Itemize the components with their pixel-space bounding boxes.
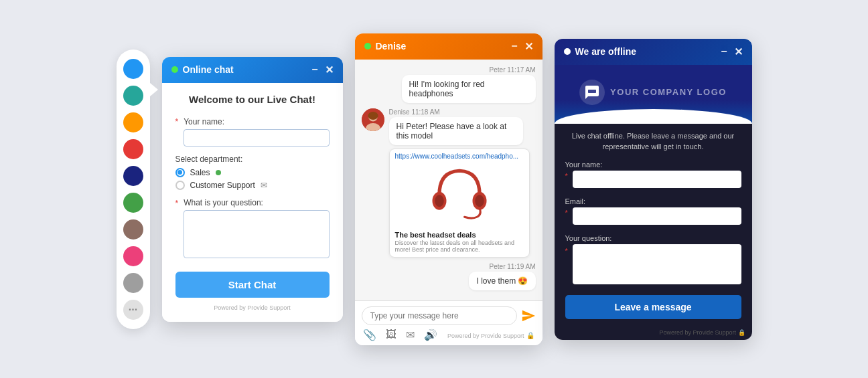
send-button[interactable] [521,308,536,323]
support-radio[interactable] [175,181,185,190]
conv-header-controls: − ✕ [511,40,532,53]
online-chat-title: Online chat [183,64,234,75]
offline-lock-icon: 🔒 [738,329,745,336]
dept-support-label: Customer Support [190,181,255,190]
chat-toolbar: 📎 🖼 ✉ 🔊 Powered by Provide Support 🔒 [362,325,536,341]
dept-sales-label: Sales [190,168,210,177]
svg-point-3 [368,112,378,120]
message-denise-1: Denise 11:18 AM Hi Peter! Please have a … [362,108,530,258]
svg-point-7 [475,195,484,207]
link-url: https://www.coolheadsets.com/headpho... [390,149,529,161]
message-peter-2: Peter 11:19 AM I love them 😍 [469,263,535,290]
msg-bubble-peter-2: I love them 😍 [469,272,535,290]
color-dark-blue[interactable] [123,166,143,186]
color-pink[interactable] [123,246,143,266]
dept-label: Select department: [175,155,330,164]
online-chat-header: Online chat − ✕ [162,57,343,83]
question-label: What is your question: [184,198,329,207]
logo-chat-icon [579,80,605,105]
chat-messages-area: Peter 11:17 AM Hi! I'm looking for red h… [355,60,542,300]
color-palette-panel: ··· [117,50,150,329]
msg-bubble-peter-1: Hi! I'm looking for red headphones [402,75,536,103]
header-left: Online chat [171,64,234,75]
conv-powered-by: Powered by Provide Support 🔒 [447,330,534,339]
palette-more-button[interactable]: ··· [123,300,143,320]
minimize-button[interactable]: − [311,64,317,76]
chat-message-input[interactable] [362,306,517,325]
offline-name-required: * [565,172,568,180]
online-status-dot [171,66,178,73]
start-chat-button[interactable]: Start Chat [175,272,330,298]
department-section: Select department: Sales Customer Suppor… [175,155,330,190]
online-chat-body: Welcome to our Live Chat! * Your name: S… [162,83,343,322]
denise-avatar [362,108,384,131]
dept-sales-option[interactable]: Sales [175,168,330,177]
offline-logo-content: YOUR COMPANY LOGO [579,80,727,105]
name-field-group: * Your name: [175,117,330,147]
question-textarea[interactable] [184,210,329,258]
link-title: The best headset deals [390,228,529,240]
offline-close-button[interactable]: ✕ [734,45,743,58]
sound-icon[interactable]: 🔊 [424,328,437,341]
dept-support-option[interactable]: Customer Support ✉ [175,181,330,190]
support-email-icon: ✉ [261,181,267,190]
offline-logo-area: YOUR COMPANY LOGO [555,65,752,124]
offline-email-input[interactable] [573,207,741,225]
company-logo-text: YOUR COMPANY LOGO [610,87,727,97]
chat-input-bar: 📎 🖼 ✉ 🔊 Powered by Provide Support 🔒 [355,300,542,345]
offline-name-label: Your name: [565,161,741,169]
attach-icon[interactable]: 📎 [363,328,376,341]
header-controls: − ✕ [311,64,333,76]
link-image [390,161,529,228]
msg-meta-peter-1: Peter 11:17 AM [402,66,536,74]
conv-header-title: Denise [376,41,407,52]
offline-email-required: * [565,209,568,217]
offline-question-required: * [565,247,568,255]
name-required-star: * [175,117,179,126]
offline-question-label: Your question: [565,234,741,242]
color-green[interactable] [123,193,143,213]
color-red[interactable] [123,139,143,159]
conv-status-dot [364,43,371,50]
offline-description: Live chat offline. Please leave a messag… [565,130,741,153]
offline-name-group: Your name: * [565,161,741,193]
offline-form-body: Live chat offline. Please leave a messag… [555,124,752,327]
image-icon[interactable]: 🖼 [386,328,396,341]
link-preview-card[interactable]: https://www.coolheadsets.com/headpho... [389,149,530,258]
msg-bubble-denise-1: Hi Peter! Please have a look at this mod… [389,117,523,145]
sales-radio-inner [177,170,182,175]
offline-header-title: We are offline [575,46,637,57]
email-toolbar-icon[interactable]: ✉ [406,328,415,341]
online-powered-by: Powered by Provide Support [175,304,330,314]
sales-radio[interactable] [175,168,185,177]
offline-question-group: Your question: * [565,234,741,291]
name-input[interactable] [184,129,329,147]
svg-point-5 [435,195,444,207]
question-field-group: * What is your question: [175,198,330,261]
offline-email-group: Email: * [565,197,741,230]
color-orange[interactable] [123,112,143,132]
lock-icon: 🔒 [526,332,534,339]
message-peter-1: Peter 11:17 AM Hi! I'm looking for red h… [402,66,536,103]
msg-meta-peter-2: Peter 11:19 AM [469,263,535,270]
color-gray[interactable] [123,273,143,293]
color-brown[interactable] [123,219,143,240]
leave-message-button[interactable]: Leave a message [565,295,741,319]
chat-input-row [362,306,536,325]
conv-header: Denise − ✕ [355,33,542,60]
offline-email-label: Email: [565,197,741,205]
color-teal[interactable] [123,86,143,106]
sales-online-dot [216,170,221,175]
offline-header: We are offline − ✕ [555,39,752,65]
conv-header-left: Denise [364,41,407,52]
conv-close-button[interactable]: ✕ [524,40,533,53]
offline-minimize-button[interactable]: − [721,45,727,58]
conv-minimize-button[interactable]: − [511,40,517,52]
offline-name-input[interactable] [573,171,741,188]
color-blue[interactable] [123,59,143,79]
offline-widget: We are offline − ✕ YOUR COMPANY LOGO Liv… [555,39,752,340]
offline-question-textarea[interactable] [573,244,741,284]
offline-status-dot [564,48,571,55]
msg-meta-denise-1: Denise 11:18 AM [389,108,530,116]
close-button[interactable]: ✕ [325,64,334,76]
